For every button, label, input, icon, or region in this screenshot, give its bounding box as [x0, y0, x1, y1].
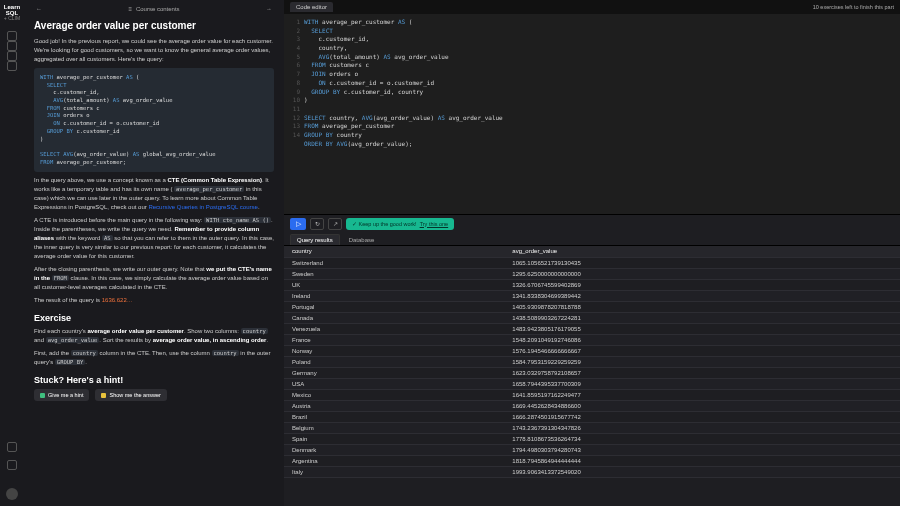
exercise-heading: Exercise	[34, 313, 274, 323]
column-avg_order_value[interactable]: avg_order_value	[504, 246, 900, 257]
table-row: USA1658.7944395337700309	[284, 378, 900, 389]
course-link[interactable]: Recursive Queries in PostgreSQL course	[148, 204, 258, 210]
intro-paragraph: Good job! In the previous report, we cou…	[34, 37, 274, 64]
outer-query-paragraph: After the closing parenthesis, we write …	[34, 265, 274, 292]
file-icon[interactable]	[7, 61, 17, 71]
exercise-p2: First, add the country column in the CTE…	[34, 349, 274, 367]
table-row: Norway1576.1945466666666667	[284, 345, 900, 356]
table-row: Belgium1743.2367391304347826	[284, 422, 900, 433]
hint-heading: Stuck? Here's a hint!	[34, 375, 274, 385]
try-this-link[interactable]: Try this one	[420, 221, 449, 227]
menu-icon: ≡	[128, 6, 132, 12]
table-row: Switzerland1065.1056521739130435	[284, 257, 900, 268]
table-row: Portugal1405.9309878207818788	[284, 301, 900, 312]
workspace: Code editor 10 exercises left to finish …	[284, 0, 900, 506]
table-row: Argentina1818.7945864944444444	[284, 455, 900, 466]
course-contents-label: Course contents	[136, 6, 180, 12]
answer-icon	[101, 393, 106, 398]
table-row: UK1326.6706745599402869	[284, 279, 900, 290]
result-tabs: Query results Database	[284, 232, 900, 246]
bookmark-icon[interactable]	[7, 51, 17, 61]
table-row: Brazil1666.2874501915677742	[284, 411, 900, 422]
sample-query-block: WITH average_per_customer AS ( SELECT c.…	[34, 68, 274, 172]
cte-paragraph: In the query above, we use a concept kno…	[34, 176, 274, 212]
share-button[interactable]: ↗	[328, 218, 342, 230]
exercise-p1: Find each country's average order value …	[34, 327, 274, 345]
table-row: France1548.2091049192746086	[284, 334, 900, 345]
lesson-panel: ← ≡ Course contents → Average order valu…	[24, 0, 284, 506]
table-row: Sweden1295.6250000000000000	[284, 268, 900, 279]
home-icon[interactable]	[7, 31, 17, 41]
editor-tabbar: Code editor 10 exercises left to finish …	[284, 0, 900, 14]
results-table: countryavg_order_value Switzerland1065.1…	[284, 246, 900, 478]
back-button[interactable]: ←	[34, 6, 44, 12]
tab-database[interactable]: Database	[342, 234, 382, 245]
results-table-wrap[interactable]: countryavg_order_value Switzerland1065.1…	[284, 246, 900, 506]
table-row: Germany1623.0329758792108657	[284, 367, 900, 378]
table-row: Mexico1641.8595197162249477	[284, 389, 900, 400]
table-row: Venezuela1483.9423805176179055	[284, 323, 900, 334]
brand-logo: Learn SQL + CLIM	[0, 4, 24, 21]
cte-syntax-paragraph: A CTE is introduced before the main quer…	[34, 216, 274, 261]
course-contents-link[interactable]: ≡ Course contents	[52, 6, 256, 12]
message-icon[interactable]	[7, 41, 17, 51]
table-row: Italy1993.9063413372549020	[284, 466, 900, 477]
tab-query-results[interactable]: Query results	[290, 234, 340, 245]
line-gutter: 1234567891011121314	[284, 18, 304, 210]
column-country[interactable]: country	[284, 246, 504, 257]
lesson-topbar: ← ≡ Course contents →	[34, 6, 274, 12]
run-button[interactable]: ▷	[290, 218, 306, 230]
page-title: Average order value per customer	[34, 20, 274, 31]
gear-icon[interactable]	[7, 442, 17, 452]
table-row: Poland1584.7953159229259259	[284, 356, 900, 367]
tab-code-editor[interactable]: Code editor	[290, 2, 333, 12]
progress-status: 10 exercises left to finish this part	[813, 4, 894, 10]
table-row: Ireland1341.8338304699389442	[284, 290, 900, 301]
brand-sub: + CLIM	[0, 16, 24, 21]
avatar[interactable]	[6, 488, 18, 500]
table-row: Canada1438.5089903267224281	[284, 312, 900, 323]
table-row: Austria1669.4452628434886600	[284, 400, 900, 411]
run-bar: ▷ ↻ ↗ ✓ Keep up the good work! Try this …	[284, 214, 900, 232]
left-rail: Learn SQL + CLIM	[0, 0, 24, 506]
answer-button[interactable]: Show me the answer	[95, 389, 166, 401]
table-row: Spain1778.8108673536264734	[284, 433, 900, 444]
table-row: Denmark1794.4980303794280743	[284, 444, 900, 455]
forward-button[interactable]: →	[264, 6, 274, 12]
hint-icon	[40, 393, 45, 398]
reset-button[interactable]: ↻	[310, 218, 324, 230]
code-editor[interactable]: 1234567891011121314 WITH average_per_cus…	[284, 14, 900, 214]
code-content[interactable]: WITH average_per_customer AS ( SELECT c.…	[304, 18, 900, 210]
hint-button[interactable]: Give me a hint	[34, 389, 89, 401]
feedback-banner: ✓ Keep up the good work! Try this one	[346, 218, 454, 230]
help-icon[interactable]	[7, 460, 17, 470]
result-paragraph: The result of the query is 1636.622…	[34, 296, 274, 305]
